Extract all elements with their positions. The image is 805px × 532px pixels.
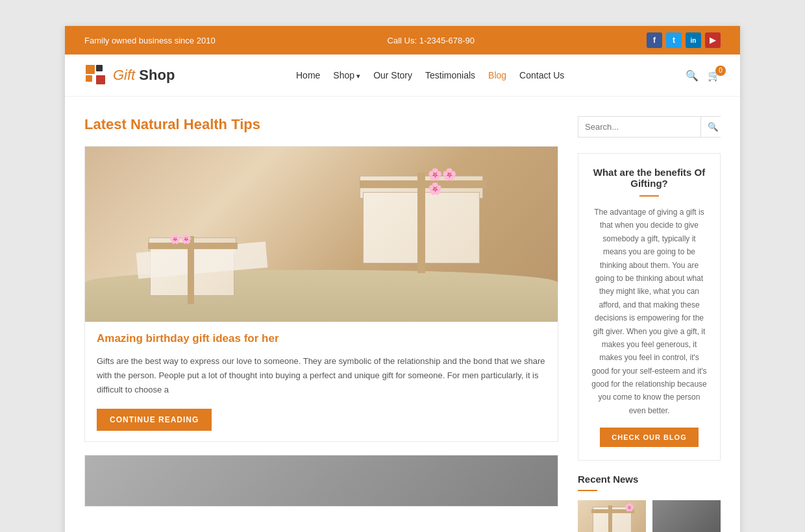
nav-our-story[interactable]: Our Story bbox=[373, 70, 412, 80]
youtube-icon[interactable]: ▶ bbox=[705, 32, 721, 48]
svg-rect-0 bbox=[86, 65, 95, 74]
article-card-2 bbox=[84, 455, 558, 507]
right-column: 🔍 What are the benefits Of Gifting? The … bbox=[578, 116, 721, 532]
facebook-icon[interactable]: f bbox=[647, 32, 662, 48]
recent-item-2: ♥ 4 Jewelry Gifts Every Woman Will Love bbox=[652, 500, 721, 532]
widget-body: The advantage of giving a gift is that w… bbox=[590, 206, 708, 417]
article-2-image bbox=[85, 455, 558, 507]
header: Gift Shop Home Shop Our Story Testimonia… bbox=[65, 54, 740, 97]
search-box: 🔍 bbox=[578, 116, 721, 138]
nav-testimonials[interactable]: Testimonials bbox=[425, 70, 475, 80]
nav-home[interactable]: Home bbox=[296, 70, 320, 80]
main-content: Latest Natural Health Tips 🌸 bbox=[65, 97, 740, 532]
family-text: Family owned business since 2010 bbox=[84, 36, 216, 45]
nav-contact[interactable]: Contact Us bbox=[519, 70, 564, 80]
heart-icon: ♥ bbox=[681, 528, 692, 532]
article-card: 🌸 🌸 🌸 🌸 🌸 bbox=[84, 146, 558, 442]
svg-rect-1 bbox=[96, 65, 103, 71]
recent-news-divider bbox=[578, 490, 597, 491]
linkedin-icon[interactable]: in bbox=[686, 32, 701, 48]
nav-blog[interactable]: Blog bbox=[488, 70, 506, 80]
section-title: Latest Natural Health Tips bbox=[84, 116, 558, 133]
recent-thumb-2: ♥ bbox=[652, 500, 721, 532]
sidebar-widget: What are the benefits Of Gifting? The ad… bbox=[578, 153, 721, 461]
top-bar: Family owned business since 2010 Call Us… bbox=[65, 26, 740, 54]
call-text: Call Us: 1-2345-678-90 bbox=[388, 36, 475, 45]
logo[interactable]: Gift Shop bbox=[84, 64, 175, 87]
check-blog-button[interactable]: CHECK OUR BLOG bbox=[600, 428, 698, 447]
search-input[interactable] bbox=[578, 117, 700, 137]
widget-divider bbox=[639, 195, 659, 197]
recent-thumb-1: 🌸 bbox=[578, 500, 646, 532]
widget-title: What are the benefits Of Gifting? bbox=[590, 167, 708, 189]
svg-rect-3 bbox=[96, 75, 105, 84]
article-image: 🌸 🌸 🌸 🌸 🌸 bbox=[85, 147, 558, 322]
social-icons: f t in ▶ bbox=[647, 32, 721, 48]
continue-reading-button[interactable]: CONTINUE READING bbox=[97, 409, 212, 431]
search-button[interactable]: 🔍 bbox=[700, 117, 725, 137]
article-excerpt: Gifts are the best way to express our lo… bbox=[97, 354, 546, 397]
svg-rect-2 bbox=[86, 75, 92, 82]
twitter-icon[interactable]: t bbox=[666, 32, 682, 48]
page-wrapper: Family owned business since 2010 Call Us… bbox=[65, 26, 740, 532]
recent-news-grid: 🌸 Amazing birthday gift ideas for her ♥ … bbox=[578, 500, 721, 532]
gift-box-large: 🌸 🌸 🌸 bbox=[363, 166, 480, 263]
recent-item-1: 🌸 Amazing birthday gift ideas for her bbox=[578, 500, 646, 532]
nav-shop[interactable]: Shop bbox=[333, 70, 360, 80]
recent-news-section: Recent News 🌸 Amazing birthday gift idea… bbox=[578, 474, 721, 532]
article-body: Amazing birthday gift ideas for her Gift… bbox=[85, 322, 558, 441]
logo-text: Gift Shop bbox=[113, 67, 175, 84]
logo-icon bbox=[84, 64, 108, 87]
cart-badge: 0 bbox=[715, 66, 726, 76]
recent-news-title: Recent News bbox=[578, 474, 721, 485]
header-icons: 🔍 🛒 0 bbox=[686, 69, 721, 82]
cart-wrapper[interactable]: 🛒 0 bbox=[708, 69, 721, 82]
left-column: Latest Natural Health Tips 🌸 bbox=[84, 116, 558, 532]
search-icon[interactable]: 🔍 bbox=[686, 69, 699, 82]
main-nav: Home Shop Our Story Testimonials Blog Co… bbox=[296, 70, 564, 80]
article-title[interactable]: Amazing birthday gift ideas for her bbox=[97, 332, 546, 345]
